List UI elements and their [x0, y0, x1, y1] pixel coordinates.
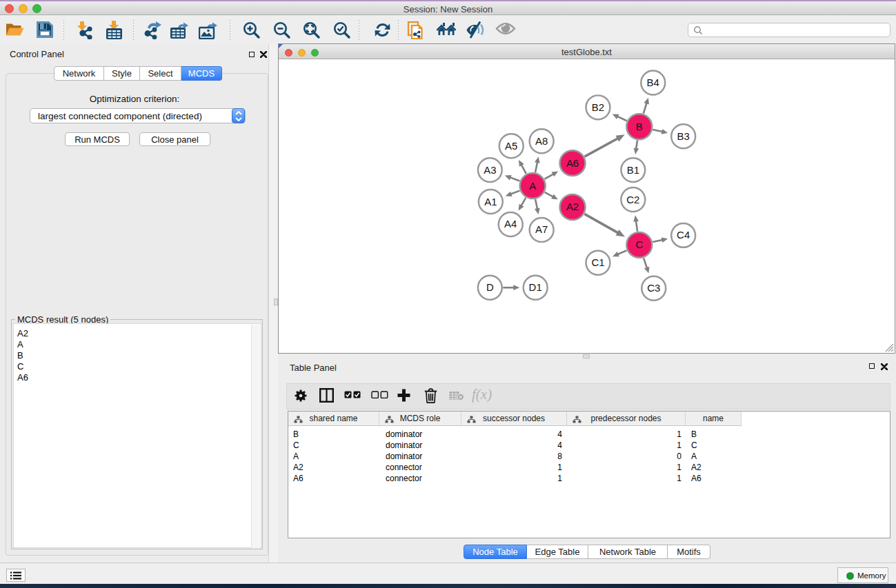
svg-text:A5: A5	[505, 140, 517, 152]
svg-text:B1: B1	[627, 164, 639, 176]
svg-text:C1: C1	[591, 256, 604, 268]
svg-text:A2: A2	[566, 201, 579, 212]
svg-text:B4: B4	[647, 77, 659, 88]
svg-text:D: D	[486, 281, 494, 293]
svg-text:C2: C2	[626, 194, 639, 205]
svg-text:D1: D1	[529, 281, 542, 293]
svg-text:C: C	[635, 239, 643, 250]
svg-text:B2: B2	[592, 101, 604, 113]
svg-text:A1: A1	[484, 196, 497, 207]
svg-text:A4: A4	[504, 218, 517, 230]
svg-text:A7: A7	[535, 223, 548, 235]
svg-text:A8: A8	[535, 135, 548, 147]
svg-text:C4: C4	[677, 229, 690, 241]
svg-text:A3: A3	[484, 164, 496, 176]
svg-text:A: A	[529, 180, 536, 192]
svg-text:C3: C3	[647, 282, 660, 294]
svg-text:A6: A6	[566, 157, 579, 169]
svg-text:B: B	[636, 121, 643, 132]
svg-text:B3: B3	[677, 130, 690, 142]
